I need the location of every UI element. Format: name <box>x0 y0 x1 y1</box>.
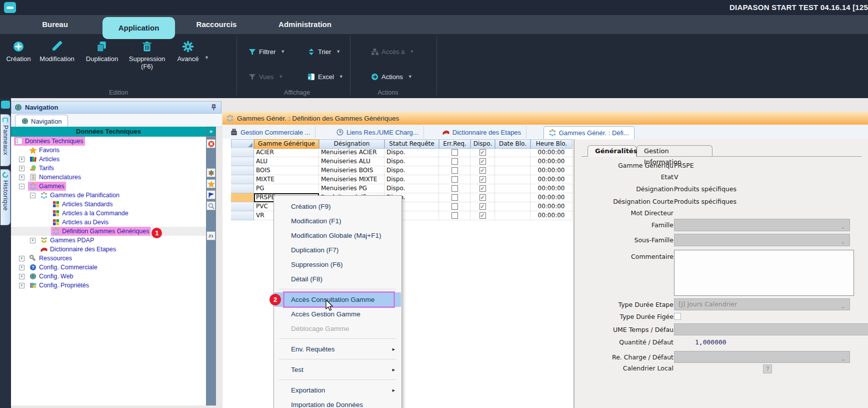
menu-item-modification-f1[interactable]: Modification (F1) <box>274 214 401 228</box>
ribbon-button-vues[interactable]: Vues▼ <box>248 70 283 83</box>
document-tab-gestion-commerciale[interactable]: Gestion Commerciale ... <box>226 126 316 138</box>
ribbon-button-excel[interactable]: xExcel▼ <box>308 70 344 83</box>
table-cell[interactable]: BOIS <box>254 166 319 175</box>
form-field-commentaire[interactable] <box>674 250 854 296</box>
form-field-ume-temps-defau[interactable] <box>674 323 868 335</box>
table-cell[interactable]: ✓ <box>470 202 495 211</box>
favorite-button[interactable] <box>206 179 216 188</box>
menu-item-detail-f8[interactable]: Détail (F8) <box>274 272 401 286</box>
menu-item-modification-globale-maj-f1[interactable]: Modification Globale (Maj+F1) <box>274 228 401 243</box>
table-cell[interactable] <box>495 211 530 220</box>
checkbox-err-req-unchecked[interactable] <box>452 149 458 156</box>
row-selector-cell[interactable] <box>231 211 254 220</box>
column-header-designation[interactable]: Désignation <box>319 139 384 149</box>
table-cell[interactable] <box>439 148 470 157</box>
row-selector-cell[interactable] <box>231 175 254 184</box>
expand-box-icon[interactable]: + <box>19 283 24 288</box>
form-field-type-duree-etape[interactable]: [J] Jours Calendrier⌄ <box>674 298 850 310</box>
flag-button[interactable] <box>206 190 216 199</box>
tree-item-config-proprietes[interactable]: +Config. Propriétés <box>11 281 206 290</box>
row-selector-cell[interactable] <box>231 193 254 202</box>
table-cell[interactable]: ✓ <box>470 166 495 175</box>
collapse-box-icon[interactable]: − <box>30 193 36 198</box>
table-cell[interactable] <box>495 184 530 193</box>
table-cell[interactable]: 00:00:00 <box>530 175 572 184</box>
dock-logo-icon[interactable] <box>1 101 10 109</box>
menu-item-env-requetes[interactable]: Env. Requêtes▸ <box>274 342 401 356</box>
menu-item-exportation[interactable]: Exportation▸ <box>274 383 401 397</box>
menu-item-suppression-f6[interactable]: Suppression (F6) <box>274 257 401 272</box>
row-selector-cell[interactable] <box>231 184 254 193</box>
tree-item-nomenclatures[interactable]: +Nomenclatures <box>11 173 206 182</box>
table-cell[interactable] <box>495 175 530 184</box>
collapse-box-icon[interactable]: − <box>19 184 24 189</box>
table-cell[interactable]: Dispo. <box>384 166 439 175</box>
table-cell[interactable]: Menuiseries ALU <box>319 157 384 166</box>
table-cell[interactable]: Dispo. <box>384 175 439 184</box>
checkbox-dispo-checked[interactable]: ✓ <box>480 158 486 165</box>
menu-tab-raccourcis[interactable]: Raccourcis <box>194 15 239 34</box>
form-field-re-charge-defaut[interactable]: ⌄ <box>674 351 850 363</box>
table-cell[interactable]: Menuiseries PG <box>319 184 384 193</box>
table-cell[interactable]: 00:00:00 <box>530 202 572 211</box>
table-cell[interactable]: 00:00:00 <box>530 157 572 166</box>
menu-item-deblocage-gamme[interactable]: Déblocage Gamme <box>274 321 401 336</box>
checkbox-dispo-checked[interactable]: ✓ <box>480 167 486 174</box>
ribbon-button-trier[interactable]: Trier▼ <box>308 45 340 58</box>
table-cell[interactable]: Menuiseries MIXTE <box>319 175 384 184</box>
tab-navigation[interactable]: Navigation <box>15 115 68 127</box>
menu-item-test[interactable]: Test▸ <box>274 362 401 377</box>
side-tab-panneaux[interactable]: Panneaux <box>0 114 10 166</box>
expand-box-icon[interactable]: + <box>19 274 24 279</box>
tree-item-ressources[interactable]: +Ressources <box>11 254 206 263</box>
ribbon-button-avance[interactable]: Avancé▼ <box>170 41 206 63</box>
document-tab-gammes-gener-defi[interactable]: Gammes Génér. : Défi... <box>544 126 634 139</box>
checkbox-dispo-checked[interactable]: ✓ <box>480 194 486 201</box>
expand-box-icon[interactable]: + <box>19 166 24 171</box>
table-cell[interactable]: Dispo. <box>384 148 439 157</box>
table-cell[interactable] <box>439 157 470 166</box>
form-field-famille[interactable]: ⌄ <box>674 219 850 231</box>
checkbox-dispo-checked[interactable]: ✓ <box>480 203 486 210</box>
table-cell[interactable] <box>439 184 470 193</box>
table-cell[interactable]: ✓ <box>470 184 495 193</box>
table-cell[interactable]: 00:00:00 <box>530 193 572 202</box>
table-cell[interactable]: Menuiseries ACIER <box>319 148 384 157</box>
row-selector-cell[interactable] <box>231 148 254 157</box>
pin-icon[interactable] <box>210 104 217 111</box>
tree-item-gammes-de-planification[interactable]: −Gammes de Planification <box>11 191 206 200</box>
tree-item-tarifs[interactable]: +Tarifs <box>11 164 206 173</box>
form-field-sous-famille[interactable]: ⌄ <box>674 234 850 246</box>
table-cell[interactable]: 00:00:00 <box>530 148 572 157</box>
table-cell[interactable] <box>495 202 530 211</box>
checkbox-err-req-unchecked[interactable] <box>452 212 458 219</box>
row-selector-cell[interactable] <box>231 157 254 166</box>
collapse-button[interactable]: » <box>206 127 216 136</box>
ribbon-button-modification[interactable]: Modification <box>35 41 79 63</box>
tree-item-gammes[interactable]: −Gammes <box>11 182 206 191</box>
ribbon-button-duplication[interactable]: Duplication <box>80 41 124 63</box>
column-header-err-req[interactable]: Err.Req. <box>439 139 470 149</box>
table-cell[interactable]: Dispo. <box>384 157 439 166</box>
settings-button[interactable] <box>206 168 216 177</box>
checkbox-err-req-unchecked[interactable] <box>452 167 458 174</box>
column-header-gamme-generique[interactable]: Gamme Générique <box>254 139 319 149</box>
tree-item-favoris[interactable]: Favoris <box>11 146 206 155</box>
checkbox-err-req-unchecked[interactable] <box>452 176 458 183</box>
checkbox-dispo-checked[interactable]: ✓ <box>480 212 486 219</box>
tree-item-dictionnaire-des-etapes[interactable]: Dictionnaire des Etapes <box>11 245 206 254</box>
checkbox-err-req-unchecked[interactable] <box>452 203 458 210</box>
side-tab-historique[interactable]: Historique <box>0 169 10 225</box>
checkbox-dispo-checked[interactable]: ✓ <box>480 149 486 156</box>
search-button[interactable] <box>206 201 216 210</box>
table-cell[interactable] <box>495 157 530 166</box>
select-all-header-cell[interactable] <box>231 139 254 149</box>
menu-item-importation-de-donnees[interactable]: Importation de Données <box>274 397 401 408</box>
table-cell[interactable] <box>439 211 470 220</box>
tree-item-config-commerciale[interactable]: +?Config. Commerciale <box>11 263 206 272</box>
table-cell[interactable]: 00:00:00 <box>530 166 572 175</box>
ribbon-button-filtrer[interactable]: Filtrer▼ <box>248 45 285 58</box>
expand-box-icon[interactable]: + <box>19 265 24 270</box>
tree-item-gammes-pdap[interactable]: +Gammes PDAP <box>11 236 206 245</box>
checkbox-dispo-checked[interactable]: ✓ <box>480 176 486 183</box>
